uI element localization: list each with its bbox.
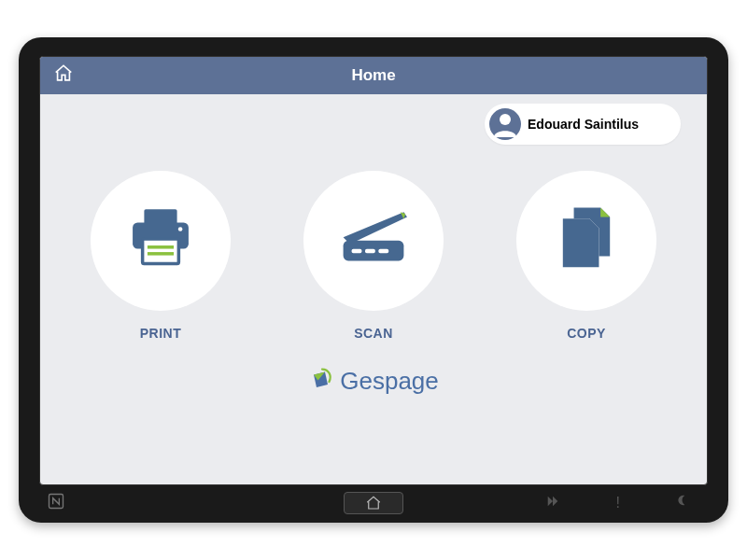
svg-rect-11 bbox=[378, 249, 388, 254]
user-name: Edouard Saintilus bbox=[528, 117, 639, 132]
user-avatar-icon bbox=[488, 107, 522, 141]
page-title: Home bbox=[40, 66, 707, 85]
nfc-icon bbox=[47, 492, 65, 514]
logo-row: Gespage bbox=[40, 341, 707, 412]
svg-point-1 bbox=[500, 114, 511, 125]
hardware-bottom-bar: ! bbox=[39, 487, 708, 519]
header-bar: Home bbox=[40, 57, 707, 94]
hardware-right-group: ! bbox=[545, 494, 691, 512]
screen: Home Edouard Saintilus bbox=[39, 56, 708, 485]
svg-point-4 bbox=[178, 227, 183, 231]
user-pill[interactable]: Edouard Saintilus bbox=[485, 104, 681, 145]
print-button[interactable]: PRINT bbox=[91, 171, 231, 341]
logo-text: Gespage bbox=[340, 367, 439, 396]
svg-rect-2 bbox=[144, 209, 176, 224]
scan-button[interactable]: SCAN bbox=[303, 171, 444, 341]
home-icon[interactable] bbox=[53, 63, 74, 89]
svg-rect-5 bbox=[143, 239, 179, 263]
print-circle bbox=[91, 171, 231, 311]
scanner-icon bbox=[329, 197, 418, 285]
copy-circle bbox=[516, 171, 656, 311]
printer-icon bbox=[120, 198, 202, 284]
scan-label: SCAN bbox=[354, 326, 393, 341]
copy-button[interactable]: COPY bbox=[516, 171, 656, 341]
copy-icon bbox=[547, 196, 626, 286]
info-icon: ! bbox=[616, 495, 620, 511]
print-label: PRINT bbox=[140, 326, 182, 341]
hardware-home-button[interactable] bbox=[344, 492, 403, 514]
moon-icon bbox=[676, 494, 691, 512]
logo-icon bbox=[308, 365, 336, 397]
forward-icon bbox=[545, 494, 560, 512]
copy-label: COPY bbox=[567, 326, 606, 341]
actions-row: PRINT SCAN bbox=[40, 145, 707, 341]
device-frame: Home Edouard Saintilus bbox=[19, 37, 728, 523]
svg-rect-9 bbox=[352, 249, 362, 254]
user-row: Edouard Saintilus bbox=[40, 94, 707, 145]
scan-circle bbox=[303, 171, 444, 311]
svg-rect-10 bbox=[365, 249, 375, 254]
